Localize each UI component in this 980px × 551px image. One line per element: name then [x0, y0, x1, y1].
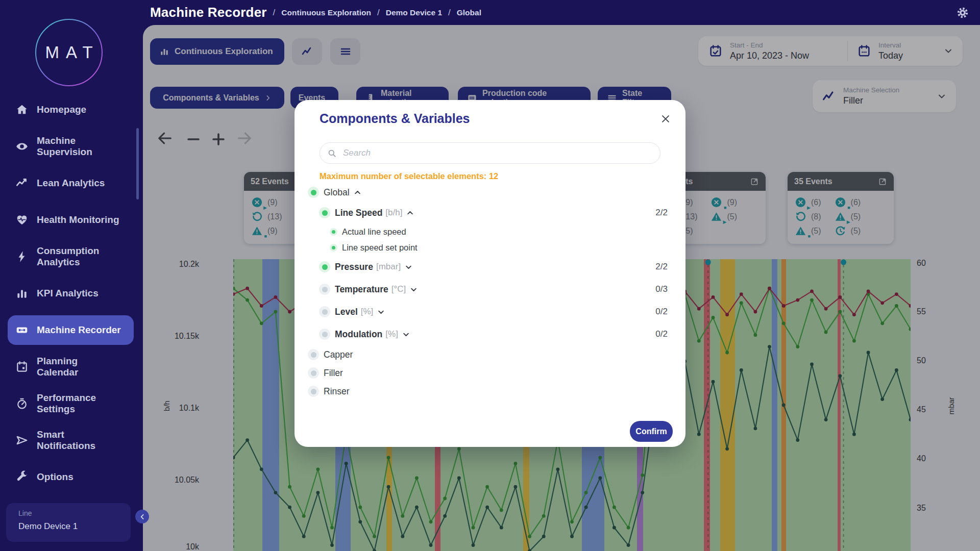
sidebar-item-smart-notifications[interactable]: Smart Notifications	[0, 422, 143, 459]
tree-item-unit: [°C]	[391, 284, 406, 294]
breadcrumb-separator: /	[273, 8, 276, 18]
line-value: Demo Device 1	[18, 521, 131, 532]
sidebar-item-consumption-analytics[interactable]: Consumption Analytics	[0, 238, 143, 275]
radio-unselected[interactable]	[319, 329, 330, 340]
close-icon[interactable]	[660, 113, 671, 124]
sidebar-item-homepage[interactable]: Homepage	[0, 91, 143, 128]
sidebar-item-label: Options	[37, 471, 121, 483]
search-icon	[327, 148, 337, 158]
sidebar-item-label: Machine Supervision	[37, 135, 121, 158]
breadcrumb-continuous-exploration[interactable]: Continuous Exploration	[281, 8, 371, 17]
radio-selected[interactable]	[319, 261, 330, 272]
tree-item-pressure[interactable]: Pressure[mbar]2/2	[295, 256, 685, 278]
tree-item-actual-line-speed[interactable]: Actual line speed	[295, 224, 685, 240]
heart-icon	[15, 213, 29, 227]
search-input[interactable]	[342, 147, 653, 159]
tree-item-unit: [mbar]	[376, 262, 401, 272]
max-selectable-warning: Maximum number of selectable elements: 1…	[320, 171, 498, 181]
tree-item-filler[interactable]: Filler	[295, 364, 685, 382]
breadcrumb-separator: /	[377, 8, 380, 18]
selection-count: 2/2	[655, 262, 668, 272]
sidebar-nav: HomepageMachine SupervisionLean Analytic…	[0, 91, 143, 495]
tree-item-unit: [b/h]	[385, 208, 402, 218]
radio-selected[interactable]	[319, 207, 330, 218]
chevron-down-icon[interactable]	[402, 331, 410, 338]
tree-item-line-speed-set-point[interactable]: Line speed set point	[295, 240, 685, 256]
selection-count: 0/3	[655, 284, 668, 294]
chevron-up-icon[interactable]	[406, 209, 414, 217]
sidebar-item-options[interactable]: Options	[0, 459, 143, 495]
topbar: Machine Recorder / Continuous Exploratio…	[0, 0, 980, 25]
radio-selected[interactable]	[308, 187, 319, 198]
sidebar-item-planning-calendar[interactable]: Planning Calendar	[0, 348, 143, 385]
tree-item-capper[interactable]: Capper	[295, 345, 685, 364]
sidebar: MAT HomepageMachine SupervisionLean Anal…	[0, 0, 143, 551]
sidebar-scrollbar[interactable]	[136, 128, 139, 199]
tree-item-label: Actual line speed	[342, 227, 406, 237]
chevron-up-icon[interactable]	[354, 189, 361, 196]
line-label: Line	[18, 509, 131, 517]
send-icon	[15, 434, 29, 447]
radio-unselected[interactable]	[308, 349, 319, 360]
variables-tree: GlobalLine Speed[b/h]2/2Actual line spee…	[295, 183, 685, 400]
chevron-down-icon[interactable]	[410, 286, 418, 293]
tree-item-label: Filler	[324, 368, 343, 379]
tree-item-label: Temperature	[335, 284, 388, 295]
app-root: Machine Recorder / Continuous Exploratio…	[0, 0, 980, 551]
wrench-icon	[15, 470, 29, 484]
tree-item-label: Global	[324, 187, 350, 198]
trend-icon	[15, 177, 29, 190]
sidebar-item-label: Homepage	[37, 104, 121, 115]
tape-icon	[15, 323, 29, 337]
tree-item-label: Modulation	[335, 329, 382, 340]
tree-item-global[interactable]: Global	[295, 183, 685, 202]
sidebar-item-label: KPI Analytics	[37, 288, 121, 299]
radio-unselected[interactable]	[308, 386, 319, 397]
sidebar-item-health-monitoring[interactable]: Health Monitoring	[0, 202, 143, 238]
sidebar-collapse-button[interactable]	[135, 510, 149, 523]
tree-item-temperature[interactable]: Temperature[°C]0/3	[295, 278, 685, 300]
logo-text: MAT	[35, 18, 103, 87]
line-selector-card[interactable]: Line Demo Device 1	[6, 503, 131, 542]
sidebar-item-performance-settings[interactable]: Performance Settings	[0, 385, 143, 422]
radio-unselected[interactable]	[319, 306, 330, 317]
sidebar-item-label: Smart Notifications	[37, 429, 121, 452]
radio-unselected[interactable]	[308, 367, 319, 379]
breadcrumb-global[interactable]: Global	[457, 8, 481, 17]
sidebar-item-lean-analytics[interactable]: Lean Analytics	[0, 165, 143, 202]
radio-selected[interactable]	[330, 228, 337, 236]
mat-logo: MAT	[35, 18, 103, 87]
breadcrumb-demo-device[interactable]: Demo Device 1	[386, 8, 442, 17]
confirm-button[interactable]: Confirm	[630, 421, 673, 442]
tree-item-line-speed[interactable]: Line Speed[b/h]2/2	[295, 202, 685, 224]
breadcrumb-separator: /	[448, 8, 451, 18]
sidebar-item-machine-supervision[interactable]: Machine Supervision	[0, 128, 143, 165]
radio-selected[interactable]	[330, 244, 337, 252]
sidebar-item-kpi-analytics[interactable]: KPI Analytics	[0, 275, 143, 312]
page-title: Machine Recorder	[150, 5, 267, 20]
search-field	[320, 142, 660, 164]
settings-gear-icon[interactable]	[955, 6, 970, 20]
sidebar-item-machine-recorder[interactable]: Machine Recorder	[0, 312, 143, 348]
radio-unselected[interactable]	[319, 284, 330, 295]
sidebar-item-label: Planning Calendar	[37, 356, 121, 379]
bars-icon	[15, 287, 29, 300]
tree-item-label: Capper	[324, 349, 353, 360]
tree-item-label: Rinser	[324, 386, 350, 397]
tree-item-label: Line Speed	[335, 208, 382, 218]
tree-item-modulation[interactable]: Modulation[%]0/2	[295, 323, 685, 345]
tree-item-unit: [%]	[385, 329, 398, 339]
selection-count: 0/2	[655, 307, 668, 317]
eye-icon	[15, 140, 29, 153]
tree-item-label: Level	[335, 307, 358, 317]
components-variables-modal: Components & Variables Maximum number of…	[295, 100, 685, 447]
sidebar-item-label: Performance Settings	[37, 392, 121, 415]
sidebar-item-label: Machine Recorder	[37, 324, 121, 336]
gauge-icon	[15, 397, 29, 410]
chevron-down-icon[interactable]	[377, 308, 385, 316]
modal-title: Components & Variables	[320, 111, 470, 126]
tree-item-level[interactable]: Level[%]0/2	[295, 300, 685, 323]
bolt-icon	[15, 250, 29, 263]
tree-item-rinser[interactable]: Rinser	[295, 382, 685, 400]
chevron-down-icon[interactable]	[405, 263, 412, 271]
